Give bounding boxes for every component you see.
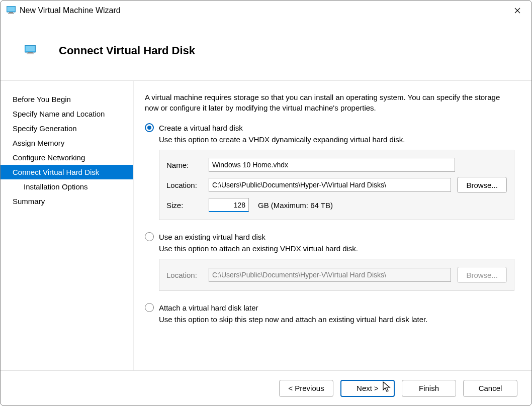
existing-location-label: Location: bbox=[166, 271, 203, 279]
option-existing-vhd: Use an existing virtual hard disk Use th… bbox=[145, 232, 514, 291]
create-vhd-desc: Use this option to create a VHDX dynamic… bbox=[159, 135, 514, 144]
step-before-you-begin[interactable]: Before You Begin bbox=[1, 92, 133, 107]
wizard-window: New Virtual Machine Wizard Connect Virtu… bbox=[0, 0, 532, 406]
wizard-body: Before You Begin Specify Name and Locati… bbox=[1, 81, 531, 370]
step-configure-networking[interactable]: Configure Networking bbox=[1, 150, 133, 165]
wizard-content: A virtual machine requires storage so th… bbox=[134, 81, 531, 370]
wizard-steps-sidebar: Before You Begin Specify Name and Locati… bbox=[1, 81, 134, 370]
vhd-size-input[interactable] bbox=[209, 198, 249, 212]
page-title: Connect Virtual Hard Disk bbox=[59, 44, 195, 57]
step-connect-vhd[interactable]: Connect Virtual Hard Disk bbox=[1, 165, 133, 179]
browse-existing-button: Browse... bbox=[457, 267, 507, 283]
previous-button[interactable]: < Previous bbox=[279, 380, 333, 397]
existing-location-input bbox=[209, 268, 451, 282]
step-installation-options[interactable]: Installation Options bbox=[1, 179, 133, 194]
wizard-footer: < Previous Next > Finish Cancel bbox=[1, 370, 531, 405]
svg-rect-1 bbox=[8, 7, 15, 12]
intro-text: A virtual machine requires storage so th… bbox=[145, 92, 514, 113]
radio-attach-later[interactable] bbox=[145, 303, 154, 312]
svg-rect-5 bbox=[26, 46, 35, 51]
name-label: Name: bbox=[166, 161, 203, 169]
window-title: New Virtual Machine Wizard bbox=[20, 6, 507, 15]
step-specify-generation[interactable]: Specify Generation bbox=[1, 121, 133, 136]
option-create-vhd: Create a virtual hard disk Use this opti… bbox=[145, 123, 514, 220]
size-label: Size: bbox=[166, 201, 203, 210]
next-button[interactable]: Next > bbox=[340, 380, 395, 397]
radio-existing-vhd[interactable] bbox=[145, 232, 154, 241]
step-summary[interactable]: Summary bbox=[1, 194, 133, 209]
existing-vhd-desc: Use this option to attach an existing VH… bbox=[159, 244, 514, 253]
radio-existing-vhd-label: Use an existing virtual hard disk bbox=[159, 233, 265, 241]
svg-rect-3 bbox=[8, 13, 14, 14]
wizard-header: Connect Virtual Hard Disk bbox=[1, 21, 531, 81]
option-attach-later: Attach a virtual hard disk later Use thi… bbox=[145, 303, 514, 324]
app-icon bbox=[7, 6, 16, 15]
header-icon bbox=[25, 45, 36, 56]
vhd-name-input[interactable] bbox=[209, 158, 455, 172]
finish-button[interactable]: Finish bbox=[402, 380, 456, 397]
radio-attach-later-label: Attach a virtual hard disk later bbox=[159, 303, 258, 312]
cancel-button[interactable]: Cancel bbox=[463, 380, 517, 397]
titlebar: New Virtual Machine Wizard bbox=[1, 1, 531, 21]
existing-vhd-fields: Location: Browse... bbox=[159, 259, 514, 291]
step-assign-memory[interactable]: Assign Memory bbox=[1, 136, 133, 150]
close-button[interactable] bbox=[507, 2, 527, 20]
attach-later-desc: Use this option to skip this step now an… bbox=[159, 315, 514, 324]
step-specify-name[interactable]: Specify Name and Location bbox=[1, 107, 133, 121]
size-hint: GB (Maximum: 64 TB) bbox=[258, 201, 333, 210]
create-vhd-fields: Name: Location: Browse... Size: GB (Maxi… bbox=[159, 150, 514, 220]
svg-rect-7 bbox=[27, 54, 34, 55]
vhd-location-input[interactable] bbox=[209, 178, 451, 192]
svg-rect-6 bbox=[28, 52, 33, 53]
radio-create-vhd-label: Create a virtual hard disk bbox=[159, 124, 243, 132]
svg-rect-2 bbox=[9, 12, 13, 13]
location-label: Location: bbox=[166, 181, 203, 189]
radio-create-vhd[interactable] bbox=[145, 123, 154, 132]
browse-location-button[interactable]: Browse... bbox=[457, 177, 507, 193]
